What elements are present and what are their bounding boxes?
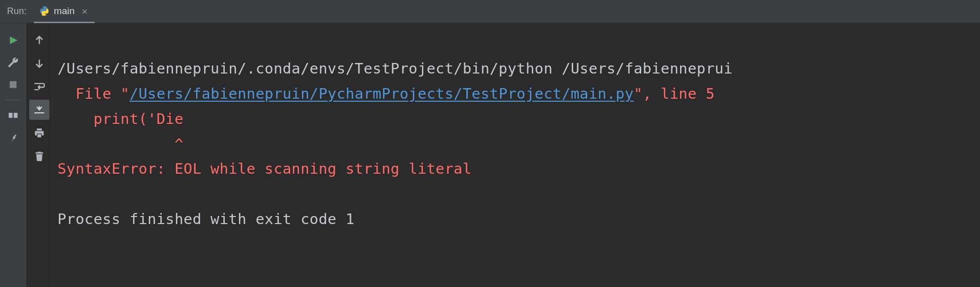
gutter-divider	[6, 100, 21, 100]
trash-icon[interactable]	[29, 146, 49, 166]
close-icon[interactable]: ×	[82, 6, 88, 16]
up-arrow-icon[interactable]	[29, 30, 49, 50]
stop-button[interactable]	[3, 75, 23, 95]
console-command: /Users/fabiennepruin/.conda/envs/TestPro…	[57, 60, 732, 77]
svg-rect-0	[10, 81, 17, 88]
console-toolbar	[26, 23, 52, 287]
run-label: Run:	[0, 6, 34, 17]
traceback-caret: ^	[57, 135, 183, 153]
soft-wrap-icon[interactable]	[29, 77, 49, 97]
run-tab-main[interactable]: main ×	[34, 1, 95, 23]
run-tool-titlebar: Run: main ×	[0, 0, 980, 23]
svg-rect-2	[14, 113, 18, 118]
file-link[interactable]: /Users/fabiennepruin/PycharmProjects/Tes…	[130, 85, 634, 102]
svg-rect-1	[9, 113, 13, 118]
error-message: SyntaxError: EOL while scanning string l…	[57, 160, 472, 177]
print-icon[interactable]	[29, 123, 49, 143]
down-arrow-icon[interactable]	[29, 53, 49, 74]
traceback-file-suffix: ", line 5	[634, 85, 715, 102]
console-output[interactable]: /Users/fabiennepruin/.conda/envs/TestPro…	[52, 23, 980, 287]
layout-icon[interactable]	[3, 105, 23, 125]
left-gutter	[0, 23, 26, 287]
pin-icon[interactable]	[3, 127, 23, 148]
traceback-code: print('Die	[57, 110, 183, 127]
traceback-file-prefix: File "	[57, 85, 130, 102]
wrench-icon[interactable]	[3, 52, 23, 73]
rerun-button[interactable]	[3, 30, 23, 50]
python-file-icon	[39, 6, 50, 17]
tab-label: main	[54, 6, 75, 17]
exit-message: Process finished with exit code 1	[57, 210, 354, 228]
scroll-to-end-icon[interactable]	[29, 100, 49, 120]
